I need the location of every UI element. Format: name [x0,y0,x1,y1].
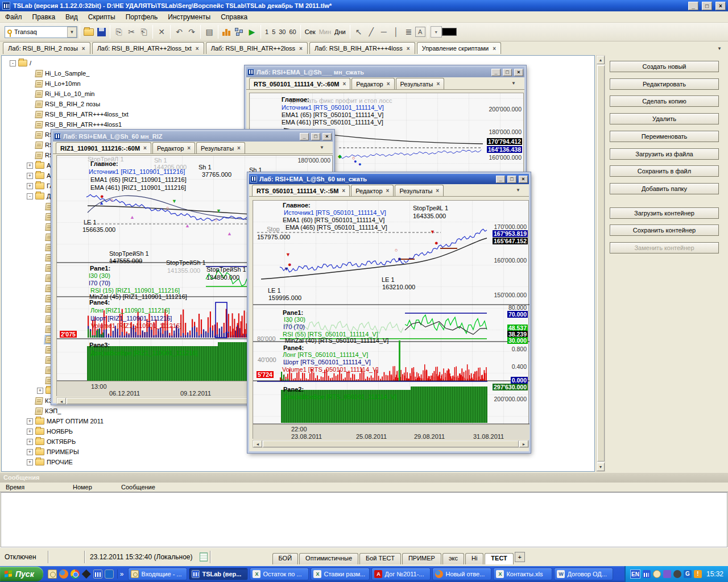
unit-button[interactable]: Сек [303,28,317,35]
menu-item[interactable]: Скрипты [83,12,121,22]
tree-expander[interactable]: + [27,418,33,425]
task-button[interactable]: Остаток по ... [250,568,309,580]
panel-button[interactable]: Удалить [610,113,719,124]
chart-tab[interactable]: Редактор × [351,78,394,89]
tab-overflow-icon[interactable]: ▼ [514,188,522,196]
back-window-titlebar[interactable]: Лаб: RSI+EMA_L@Sh___ мн_сжать _ □ × [246,67,524,77]
tree-expander[interactable]: + [27,459,33,465]
close-button[interactable]: × [514,69,523,76]
panel-button[interactable]: Добавить папку [610,183,719,194]
alert-tray-icon[interactable]: ! [694,570,702,578]
menu-item[interactable]: Справка [216,12,253,22]
quick-launch-icon[interactable] [105,569,114,579]
tree-expander[interactable]: + [27,429,33,435]
tab-close-icon[interactable]: × [82,45,85,52]
task-button[interactable]: Ставки разм... [311,568,370,580]
panel-button[interactable]: Создать новый [610,61,719,72]
undo-button[interactable]: ↶ [173,26,185,38]
task-button[interactable]: Дог №2011-... [371,568,431,580]
chart-tab[interactable]: Редактор × [152,142,195,153]
menu-item[interactable]: Вид [60,12,83,22]
front-window-titlebar[interactable]: Лаб: RSI+EMA_L@Sh_60 мн_сжать _ □ × [249,174,529,184]
workspace-tab[interactable]: Лаб: RSI_B_RIH_ATR++2loss × [206,42,308,54]
agent-tab[interactable]: экс [442,553,464,564]
agent-tab[interactable]: Hi [465,553,483,564]
paste-button[interactable]: ⎗ [138,26,150,38]
line-tool-button[interactable]: ╱ [365,26,378,38]
tree-expander[interactable]: + [27,183,33,189]
panel-button[interactable]: Загрузить из файла [610,148,719,160]
minimize-button[interactable]: _ [496,176,505,183]
tab-close-icon[interactable]: × [299,45,303,52]
panel-button[interactable]: Заменить контейнер [610,242,719,253]
panel-button[interactable]: Сохранить в файл [610,165,719,177]
tab-overflow-icon[interactable]: ▼ [318,145,326,153]
quick-launch-icon[interactable] [93,569,102,579]
fibo-tool-button[interactable]: ≣ [403,26,415,38]
maximize-button[interactable]: □ [507,176,516,183]
menu-item[interactable]: Правка [27,12,61,22]
unit-button[interactable]: Мин [317,28,333,35]
vline-tool-button[interactable]: │ [390,26,403,38]
tab-overflow-icon[interactable]: ▼ [510,81,518,89]
agent-tab[interactable]: Оптимистичные [299,553,358,564]
task-button[interactable]: TSLab (вер... [189,568,248,580]
task-button[interactable]: Договор ОД... [554,568,613,580]
tree-expander[interactable]: + [27,449,33,455]
riz-window-titlebar[interactable]: Лаб: RSI+EMA_L@Sh_60 мн_RIZ _ □ × [53,131,333,142]
task-button[interactable]: Входящие - ... [128,568,187,580]
panel-button[interactable]: Переименовать [610,131,719,142]
interval-button[interactable]: 30 [277,28,287,35]
tab-close-icon[interactable]: × [386,188,390,194]
interval-button[interactable]: 5 [270,28,277,35]
chart-tab[interactable]: Результаты × [196,142,245,153]
tab-close-icon[interactable]: × [187,145,191,151]
scroll-right-icon[interactable]: ► [519,440,528,447]
delete-button[interactable]: ✕ [155,26,168,38]
workspace-tab[interactable]: Лаб: RSI_B_RIH_2 позы × [3,42,90,54]
tree-expander[interactable]: + [27,173,33,179]
tab-close-icon[interactable]: × [387,81,390,87]
quick-launch-icon[interactable] [71,569,80,579]
tab-close-icon[interactable]: × [342,81,346,87]
transaq-dropdown-icon[interactable]: ▼ [67,27,77,38]
interval-button[interactable]: 1 [263,28,270,35]
hline-tool-button[interactable]: ─ [378,26,390,38]
google-tray-icon[interactable]: G [684,570,692,578]
column-message[interactable]: Сообщение [121,484,155,490]
properties-button[interactable]: ▤ [203,26,216,38]
panel-button[interactable]: Загрузить контейнер [610,207,719,219]
add-agent-button[interactable]: + [515,552,525,562]
menu-item[interactable]: Файл [0,12,27,22]
workspace-tab[interactable]: Лаб: RSI_B_RIH_ATR++2loss_txt × [92,42,204,54]
cut-button[interactable]: ✂ [125,26,138,38]
tab-close-icon[interactable]: × [436,188,439,194]
chevron-icon[interactable]: » [118,570,126,578]
tab-close-icon[interactable]: × [143,145,147,151]
tab-close-icon[interactable]: × [342,188,345,194]
tree-expander[interactable]: + [37,388,43,394]
chart-tab[interactable]: Результаты × [395,185,444,196]
minimize-button[interactable]: _ [688,2,698,10]
tab-close-icon[interactable]: × [436,81,440,87]
chart-tab[interactable]: RIZ1_110901_111216:-:60M × [56,142,151,153]
close-button[interactable]: × [715,2,726,10]
scroll-left-icon[interactable]: ◄ [253,440,262,447]
scroll-thumb[interactable] [263,440,519,447]
layout-toggle-icon[interactable] [200,552,208,562]
start-button[interactable]: Пуск [0,567,43,581]
run-button[interactable]: ▶ [246,26,258,38]
tab-close-icon[interactable]: × [196,45,199,52]
chart-tab[interactable]: Результаты × [396,78,445,89]
menu-item[interactable]: Инструменты [163,12,216,22]
panel-button[interactable]: Сделать копию [610,95,719,107]
color-swatch[interactable] [442,28,457,36]
close-button[interactable]: × [322,133,332,140]
close-button[interactable]: × [519,176,528,183]
tab-close-icon[interactable]: × [237,145,241,151]
tree-expander[interactable]: + [27,163,33,169]
agent-tab[interactable]: БОЙ [272,553,299,564]
quick-launch-icon[interactable] [59,569,68,579]
chart-button[interactable] [221,26,233,38]
interval-button[interactable]: 60 [288,28,298,35]
